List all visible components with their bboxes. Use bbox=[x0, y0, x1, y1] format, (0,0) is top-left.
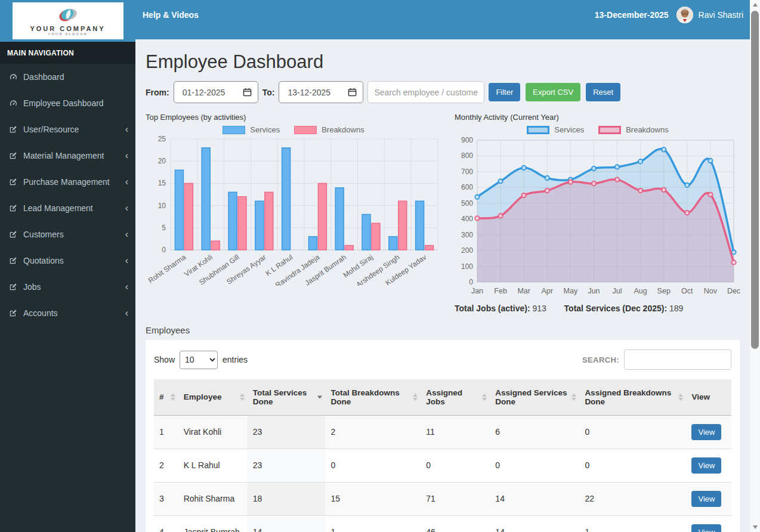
line-chart-title: Monthly Activity (Current Year) bbox=[455, 113, 741, 122]
column-header--[interactable]: # bbox=[154, 379, 178, 415]
svg-text:500: 500 bbox=[461, 199, 473, 208]
sort-carets-icon[interactable] bbox=[171, 394, 175, 401]
chevron-left-icon: ‹ bbox=[125, 282, 128, 292]
view-button[interactable]: View bbox=[691, 491, 721, 507]
edit-icon bbox=[9, 309, 23, 317]
chevron-left-icon: ‹ bbox=[125, 177, 128, 187]
cell-assigned_breakdowns: 1 bbox=[579, 515, 686, 532]
calendar-icon[interactable] bbox=[243, 88, 252, 97]
view-button[interactable]: View bbox=[691, 524, 721, 532]
sidebar-item-dashboard[interactable]: Dashboard bbox=[0, 64, 135, 90]
user-avatar[interactable] bbox=[676, 7, 693, 23]
edit-icon bbox=[9, 204, 23, 212]
svg-text:May: May bbox=[564, 287, 578, 295]
view-button[interactable]: View bbox=[691, 424, 721, 440]
legend-item-breakdowns[interactable]: Breakdowns bbox=[598, 125, 669, 134]
column-header-total-services-done[interactable]: Total Services Done bbox=[248, 379, 326, 415]
line-chart: 0100200300400500600700800900JanFebMarApr… bbox=[455, 135, 741, 298]
cell-num: 2 bbox=[154, 449, 178, 482]
column-header-assigned-breakdowns-done[interactable]: Assigned Breakdowns Done bbox=[579, 379, 686, 415]
sidebar-item-material-management[interactable]: Material Management‹ bbox=[0, 143, 135, 169]
sort-carets-icon[interactable] bbox=[317, 395, 322, 398]
from-date-input[interactable]: 01-12-2025 bbox=[174, 81, 258, 103]
to-date-input[interactable]: 13-12-2025 bbox=[279, 81, 363, 103]
sort-carets-icon[interactable] bbox=[678, 394, 683, 401]
reset-button[interactable]: Reset bbox=[586, 83, 620, 101]
sidebar-item-jobs[interactable]: Jobs‹ bbox=[0, 274, 135, 300]
logo-area[interactable]: YOUR COMPANY YOUR SLOGAN bbox=[0, 0, 135, 42]
filter-button[interactable]: Filter bbox=[489, 83, 520, 101]
cell-assigned_jobs: 0 bbox=[421, 449, 490, 482]
sidebar-item-quotations[interactable]: Quotations‹ bbox=[0, 248, 135, 274]
sidebar-item-user-resource[interactable]: User/Resource‹ bbox=[0, 116, 135, 143]
svg-text:15: 15 bbox=[158, 179, 166, 187]
calendar-icon[interactable] bbox=[348, 88, 357, 97]
top-header-bar: YOUR COMPANY YOUR SLOGAN Help & Videos 1… bbox=[0, 0, 760, 39]
column-header-assigned-jobs[interactable]: Assigned Jobs bbox=[421, 379, 490, 415]
cell-employee: Rohit Sharma bbox=[178, 482, 248, 515]
page-scrollbar[interactable] bbox=[750, 0, 760, 532]
bar-chart-legend: ServicesBreakdowns bbox=[146, 125, 441, 134]
cell-total_services: 14 bbox=[248, 515, 326, 532]
legend-label: Services bbox=[554, 125, 584, 134]
export-csv-button[interactable]: Export CSV bbox=[526, 83, 580, 101]
sidebar-item-accounts[interactable]: Accounts‹ bbox=[0, 300, 135, 326]
sidebar-item-label: Jobs bbox=[23, 282, 125, 292]
cell-assigned_services: 14 bbox=[490, 482, 579, 515]
scrollbar-thumb[interactable] bbox=[751, 11, 759, 349]
column-header-assigned-services-done[interactable]: Assigned Services Done bbox=[490, 379, 579, 415]
sort-carets-icon[interactable] bbox=[571, 394, 576, 401]
scrollbar-down-arrow[interactable] bbox=[750, 522, 760, 532]
page-size-select[interactable]: 10 bbox=[180, 351, 218, 369]
sidebar-item-label: Accounts bbox=[23, 308, 125, 318]
legend-item-services[interactable]: Services bbox=[527, 125, 584, 134]
svg-text:Oct: Oct bbox=[681, 287, 693, 295]
cell-employee: Jasprit Bumrah bbox=[178, 515, 248, 532]
sort-carets-icon[interactable] bbox=[482, 394, 487, 401]
legend-item-services[interactable]: Services bbox=[223, 125, 280, 134]
total-jobs-value: 913 bbox=[532, 304, 546, 313]
column-header-view: View bbox=[686, 379, 731, 415]
scrollbar-up-arrow[interactable] bbox=[750, 0, 760, 10]
company-logo-icon bbox=[54, 7, 82, 24]
sidebar-item-employee-dashboard[interactable]: Employee Dashboard bbox=[0, 90, 135, 116]
page-title: Employee Dashboard bbox=[146, 51, 740, 73]
sidebar-item-label: Dashboard bbox=[23, 72, 128, 82]
legend-label: Breakdowns bbox=[322, 125, 364, 134]
column-header-total-breakdowns-done[interactable]: Total Breakdowns Done bbox=[325, 379, 421, 415]
view-button[interactable]: View bbox=[691, 457, 721, 474]
table-search-input[interactable] bbox=[624, 349, 731, 370]
cell-assigned_breakdowns: 0 bbox=[579, 449, 686, 482]
filter-toolbar: From: 01-12-2025 To: 13-12-2025 Filter E… bbox=[146, 81, 740, 103]
sort-carets-icon[interactable] bbox=[413, 394, 418, 401]
edit-icon bbox=[9, 283, 23, 291]
line-chart-legend: ServicesBreakdowns bbox=[455, 125, 741, 134]
svg-text:0: 0 bbox=[469, 278, 473, 286]
cell-assigned_jobs: 46 bbox=[421, 515, 490, 532]
total-jobs-label: Total Jobs (active): bbox=[455, 304, 530, 313]
svg-text:Jun: Jun bbox=[588, 287, 600, 295]
edit-icon bbox=[9, 178, 23, 186]
to-label: To: bbox=[262, 88, 275, 97]
employees-table: #EmployeeTotal Services DoneTotal Breakd… bbox=[154, 379, 731, 532]
svg-text:Aug: Aug bbox=[634, 287, 647, 295]
sort-carets-icon[interactable] bbox=[240, 394, 245, 401]
svg-text:100: 100 bbox=[461, 262, 473, 271]
legend-item-breakdowns[interactable]: Breakdowns bbox=[294, 125, 364, 134]
table-row: 3Rohit Sharma1815711422View bbox=[154, 482, 731, 515]
chevron-left-icon: ‹ bbox=[125, 230, 128, 239]
user-name-text[interactable]: Ravi Shastri bbox=[699, 10, 743, 20]
column-header-employee[interactable]: Employee bbox=[178, 379, 248, 415]
cell-num: 3 bbox=[154, 482, 178, 515]
svg-text:10: 10 bbox=[158, 202, 166, 210]
sidebar-item-purchase-management[interactable]: Purchase Management‹ bbox=[0, 169, 135, 195]
employee-search-input[interactable] bbox=[367, 81, 484, 103]
cell-assigned_breakdowns: 0 bbox=[579, 415, 686, 449]
dashboard-icon bbox=[9, 73, 23, 82]
sidebar-item-customers[interactable]: Customers‹ bbox=[0, 221, 135, 248]
sidebar-item-label: Quotations bbox=[23, 256, 125, 265]
show-label: Show bbox=[154, 355, 175, 364]
svg-text:Rohit Sharma: Rohit Sharma bbox=[147, 253, 187, 285]
sidebar-item-lead-management[interactable]: Lead Management‹ bbox=[0, 195, 135, 221]
help-videos-link[interactable]: Help & Videos bbox=[143, 10, 199, 20]
